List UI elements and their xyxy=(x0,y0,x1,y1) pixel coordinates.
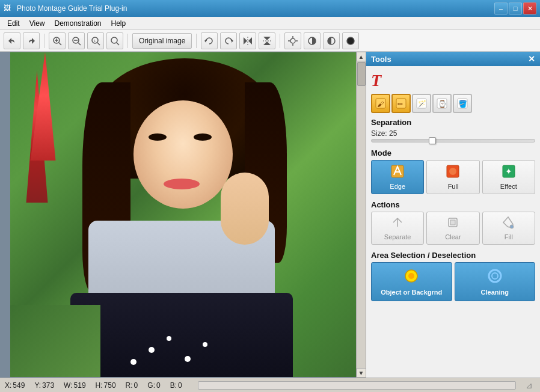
tools-close-button[interactable]: ✕ xyxy=(528,54,535,64)
app-icon: 🖼 xyxy=(4,4,13,13)
dot2 xyxy=(149,347,155,353)
svg-marker-12 xyxy=(204,39,206,43)
erase-brush-tool[interactable]: ✏ xyxy=(391,94,411,113)
y-value: 373 xyxy=(42,381,54,390)
menu-edit[interactable]: Edit xyxy=(2,18,25,29)
cleaning-icon xyxy=(459,268,532,287)
grass-bottom-left xyxy=(10,305,100,377)
dot3 xyxy=(167,336,171,341)
progress-bar xyxy=(198,381,516,390)
menu-help[interactable]: Help xyxy=(106,18,131,29)
cleaning-label: Cleaning xyxy=(481,289,509,296)
menu-demonstration[interactable]: Demonstration xyxy=(49,18,106,29)
minimize-button[interactable]: – xyxy=(494,2,508,14)
svg-point-10 xyxy=(111,37,117,43)
toolbar-separator-4 xyxy=(280,34,280,48)
w-label: W: xyxy=(64,381,72,390)
cleaning-button[interactable]: Cleaning xyxy=(455,262,536,301)
size-slider-track[interactable] xyxy=(371,139,535,142)
brightness-button[interactable] xyxy=(284,32,301,49)
zoom-fit-button[interactable]: 1 xyxy=(87,32,104,49)
svg-line-11 xyxy=(117,43,119,45)
area-selection-label: Area Selection / Deselection xyxy=(371,251,535,260)
zoom-out-button[interactable] xyxy=(68,32,85,49)
undo-button[interactable] xyxy=(4,32,20,49)
svg-marker-17 xyxy=(263,37,271,40)
maximize-button[interactable]: □ xyxy=(509,2,522,14)
status-w: W: 519 xyxy=(64,381,85,390)
flip-v-button[interactable] xyxy=(259,32,275,49)
paint-brush-tool[interactable]: 🖌 xyxy=(371,94,390,113)
toolbar-separator-3 xyxy=(196,34,197,48)
clear-button[interactable]: Clear xyxy=(426,212,479,245)
menu-view[interactable]: View xyxy=(25,18,50,29)
lasso-tool[interactable]: ⌚ xyxy=(432,94,452,113)
redo-button[interactable] xyxy=(23,32,40,49)
separate-icon xyxy=(374,216,421,232)
contrast3-button[interactable] xyxy=(342,32,359,49)
canvas-area[interactable]: ▲ ▼ xyxy=(0,52,366,378)
tools-header: Tools ✕ xyxy=(366,52,540,66)
vertical-scrollbar[interactable]: ▲ ▼ xyxy=(356,52,366,378)
action-buttons: Separate Clear Fill xyxy=(371,212,535,245)
mode-edge-button[interactable]: Edge xyxy=(371,160,424,194)
scroll-down-arrow[interactable]: ▼ xyxy=(357,368,366,378)
rotate-cw-button[interactable] xyxy=(220,32,237,49)
mode-effect-button[interactable]: ✦ Effect xyxy=(482,160,535,194)
status-bar: X: 549 Y: 373 W: 519 H: 750 R: 0 G: 0 B:… xyxy=(0,378,540,392)
size-slider-row: Size: 25 xyxy=(371,129,535,142)
tool-icons-row: 🖌 ✏ 🪄 ⌚ 🪣 xyxy=(371,94,535,113)
svg-point-49 xyxy=(492,273,498,279)
x-label: X: xyxy=(5,381,11,390)
fill-tool[interactable]: 🪣 xyxy=(453,94,472,113)
full-icon xyxy=(429,164,476,182)
face xyxy=(133,100,233,209)
window-controls: – □ ✕ xyxy=(494,2,536,14)
size-slider-thumb[interactable] xyxy=(429,137,436,144)
svg-point-45 xyxy=(510,225,514,228)
toolbar-separator-1 xyxy=(44,34,44,48)
dot4 xyxy=(185,356,191,362)
scroll-track[interactable] xyxy=(357,61,366,368)
original-image-button[interactable]: Original image xyxy=(132,33,192,49)
fill-icon xyxy=(485,216,532,232)
left-eye xyxy=(149,133,167,141)
tools-title: Tools xyxy=(371,55,391,64)
title-bar: 🖼 Photo Montage Guide Trial Plug-in – □ … xyxy=(0,0,540,17)
zoom-in-button[interactable] xyxy=(49,32,66,49)
dark-bottom xyxy=(70,293,293,377)
separate-label: Separate xyxy=(384,233,411,240)
resize-grip[interactable]: ⊿ xyxy=(526,381,535,390)
status-g: G: 0 xyxy=(147,381,160,390)
rotate-ccw-button[interactable] xyxy=(201,32,218,49)
close-button[interactable]: ✕ xyxy=(523,2,536,14)
mode-buttons: Edge Full ✦ Effect xyxy=(371,160,535,194)
separation-label: Separation xyxy=(371,118,535,127)
contrast2-button[interactable] xyxy=(323,32,340,49)
svg-marker-15 xyxy=(248,37,252,44)
flip-h-button[interactable] xyxy=(239,32,256,49)
actions-section: Actions Separate Clear xyxy=(371,200,535,245)
magic-wand-tool[interactable]: 🪄 xyxy=(412,94,431,113)
fill-action-button[interactable]: Fill xyxy=(482,212,535,245)
zoom-actual-button[interactable] xyxy=(106,32,123,49)
status-b: B: 0 xyxy=(170,381,182,390)
toolbar-separator-2 xyxy=(127,34,128,48)
b-value: 0 xyxy=(178,381,182,390)
scroll-up-arrow[interactable]: ▲ xyxy=(357,52,366,61)
svg-point-40 xyxy=(449,168,456,175)
photo-display xyxy=(10,52,356,377)
svg-marker-14 xyxy=(244,37,247,44)
mode-full-button[interactable]: Full xyxy=(426,160,479,194)
contrast1-button[interactable] xyxy=(304,32,321,49)
toolbar: 1 Original image xyxy=(0,30,540,52)
svg-text:🪣: 🪣 xyxy=(458,99,467,108)
mode-label: Mode xyxy=(371,149,535,158)
svg-point-47 xyxy=(408,273,414,279)
mode-section: Mode Edge Full xyxy=(371,149,535,194)
separate-button[interactable]: Separate xyxy=(371,212,424,245)
y-label: Y: xyxy=(34,381,41,390)
object-or-background-button[interactable]: Object or Backgrnd xyxy=(371,262,452,301)
svg-text:1: 1 xyxy=(94,39,96,43)
scroll-thumb[interactable] xyxy=(357,62,366,86)
